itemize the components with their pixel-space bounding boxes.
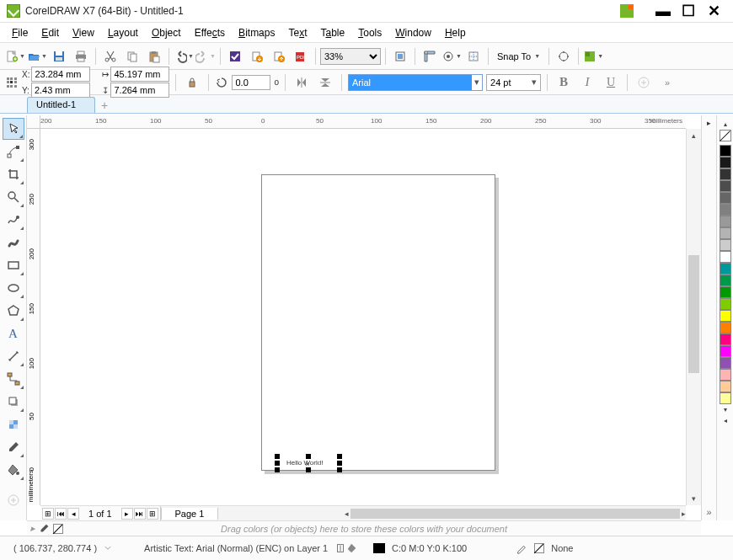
first-page-button[interactable]: ⏮ <box>55 508 67 520</box>
last-page-button[interactable]: ⏭ <box>134 508 146 520</box>
zoom-tool[interactable] <box>3 186 24 208</box>
maximize-button[interactable]: ☐ <box>676 3 701 19</box>
menu-view[interactable]: View <box>66 24 101 41</box>
color-swatch[interactable] <box>720 286 731 298</box>
color-swatch[interactable] <box>720 239 731 251</box>
fill-color-panel[interactable]: C:0 M:0 Y:0 K:100 <box>366 543 474 553</box>
horizontal-scrollbar[interactable]: ◂ ▸ <box>218 509 686 519</box>
undo-button[interactable]: ▼ <box>174 46 194 67</box>
color-swatch[interactable] <box>720 275 731 286</box>
new-button[interactable]: ▼ <box>5 46 25 67</box>
copy-button[interactable] <box>122 46 142 67</box>
menu-text[interactable]: Text <box>281 24 313 41</box>
color-swatch[interactable] <box>720 227 731 239</box>
document-palette-bar[interactable]: ▸ Drag colors (or objects) here to store… <box>27 520 701 536</box>
transparency-tool[interactable] <box>3 413 24 435</box>
eyedropper-tool[interactable] <box>3 436 24 458</box>
color-swatch[interactable] <box>720 369 731 381</box>
ellipse-tool[interactable] <box>3 277 24 299</box>
color-swatch[interactable] <box>720 204 731 216</box>
show-guidelines-button[interactable] <box>463 46 484 67</box>
prev-page-button[interactable]: ◂ <box>67 508 79 520</box>
freehand-tool[interactable] <box>3 209 24 231</box>
snap-to-button[interactable]: Snap To ▼ <box>493 47 544 66</box>
y-position-input[interactable] <box>31 83 90 98</box>
doc-palette-no-color[interactable] <box>53 524 63 534</box>
palette-scroll-up[interactable]: ▴ <box>724 119 727 130</box>
color-swatch[interactable] <box>720 298 731 310</box>
crop-tool[interactable] <box>3 163 24 185</box>
hscroll-thumb[interactable] <box>350 509 680 519</box>
interactive-fill-tool[interactable] <box>3 459 24 481</box>
vertical-ruler[interactable]: millimeters 300250200150100500 <box>27 129 40 505</box>
menu-tools[interactable]: Tools <box>351 24 388 41</box>
open-button[interactable]: ▼ <box>27 46 47 67</box>
export-button[interactable] <box>269 46 289 67</box>
vertical-scrollbar[interactable]: ▴ ▾ <box>686 129 701 505</box>
color-swatch[interactable] <box>720 333 731 345</box>
redo-button[interactable]: ▼ <box>195 46 216 67</box>
add-page-after-button[interactable]: ⊞ <box>147 508 158 520</box>
rectangle-tool[interactable] <box>3 254 24 276</box>
cut-button[interactable] <box>100 46 120 67</box>
status-flyout-icon[interactable] <box>104 541 112 555</box>
text-tool[interactable]: A <box>3 323 24 344</box>
add-button[interactable] <box>634 72 654 93</box>
quick-customize-button[interactable] <box>3 489 24 511</box>
toolbar-overflow-button[interactable]: » <box>657 72 677 93</box>
close-button[interactable]: ✕ <box>701 3 726 19</box>
menu-object[interactable]: Object <box>145 24 188 41</box>
fullscreen-button[interactable] <box>390 46 410 67</box>
zoom-select[interactable]: 33% <box>320 48 381 65</box>
show-rulers-button[interactable] <box>420 46 440 67</box>
selection-handle[interactable] <box>275 454 280 459</box>
color-swatch[interactable] <box>720 345 731 357</box>
menu-layout[interactable]: Layout <box>101 24 145 41</box>
docker-overflow-button[interactable]: » <box>706 504 711 520</box>
menu-file[interactable]: File <box>5 24 35 41</box>
artistic-media-tool[interactable] <box>3 232 24 253</box>
pick-tool[interactable] <box>3 118 24 140</box>
mirror-h-button[interactable] <box>292 72 312 93</box>
font-family-select[interactable]: ▾ <box>348 74 483 91</box>
options-button[interactable] <box>554 46 574 67</box>
color-swatch[interactable] <box>720 357 731 369</box>
selection-center-marker[interactable]: × <box>305 460 309 468</box>
lock-ratio-button[interactable] <box>182 72 202 93</box>
underline-button[interactable]: U <box>601 72 621 93</box>
height-input[interactable] <box>110 83 169 98</box>
color-swatch[interactable] <box>720 192 731 204</box>
x-position-input[interactable] <box>31 67 90 82</box>
color-swatch[interactable] <box>720 322 731 333</box>
menu-bitmaps[interactable]: Bitmaps <box>232 24 281 41</box>
print-button[interactable] <box>71 46 91 67</box>
color-swatch[interactable] <box>720 263 731 275</box>
no-fill-swatch[interactable] <box>720 130 731 141</box>
eyedropper-icon[interactable] <box>39 523 50 534</box>
paste-button[interactable] <box>144 46 164 67</box>
connector-tool[interactable] <box>3 368 24 390</box>
selection-handle[interactable] <box>337 467 342 472</box>
add-page-button[interactable]: ⊞ <box>42 508 54 520</box>
selection-handle[interactable] <box>337 454 342 459</box>
width-input[interactable] <box>110 67 169 82</box>
shape-tool[interactable] <box>3 141 24 163</box>
menu-help[interactable]: Help <box>438 24 473 41</box>
new-tab-button[interactable]: + <box>97 98 112 113</box>
next-page-button[interactable]: ▸ <box>121 508 133 520</box>
palette-scroll-down[interactable]: ▾ <box>724 404 727 415</box>
scroll-down-button[interactable]: ▾ <box>687 492 701 505</box>
import-button[interactable] <box>247 46 267 67</box>
menu-window[interactable]: Window <box>388 24 438 41</box>
menu-edit[interactable]: Edit <box>35 24 66 41</box>
app-launch-button[interactable]: ▼ <box>583 46 603 67</box>
ruler-origin[interactable] <box>27 115 40 129</box>
italic-button[interactable]: I <box>577 72 597 93</box>
publish-pdf-button[interactable]: PDF <box>291 46 311 67</box>
color-swatch[interactable] <box>720 157 731 168</box>
scroll-up-button[interactable]: ▴ <box>687 129 701 142</box>
color-swatch[interactable] <box>720 180 731 192</box>
drawing-canvas[interactable]: Hello World! × <box>40 129 686 505</box>
selection-handle[interactable] <box>275 461 280 466</box>
search-content-button[interactable] <box>225 46 245 67</box>
